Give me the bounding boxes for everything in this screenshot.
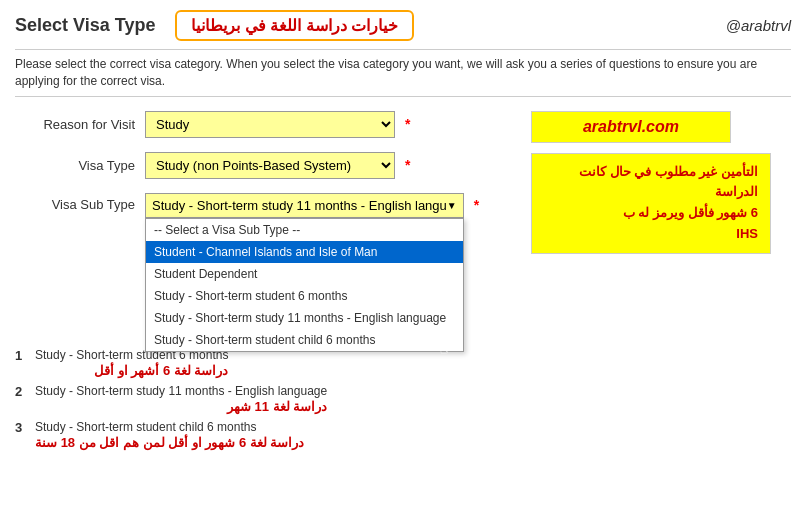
info-line-2: 6 شهور فأقل ويرمز له ب (544, 203, 758, 224)
social-handle: @arabtrvl (726, 17, 791, 34)
item-2-english: Study - Short-term study 11 months - Eng… (35, 384, 327, 398)
visa-sub-type-value: Study - Short-term study 11 months - Eng… (152, 198, 447, 213)
website-box: arabtrvl.com (531, 111, 731, 143)
visa-type-required: * (405, 157, 410, 173)
item-number-1: 1 (15, 348, 29, 363)
info-line-1: التأمين غير مطلوب في حال كانت الدراسة (544, 162, 758, 204)
item-number-3: 3 (15, 420, 29, 435)
reason-for-visit-row: Reason for Visit Study * (15, 111, 511, 138)
item-3-arabic: دراسة لغة 6 شهور او أقل لمن هم اقل من 18… (35, 435, 304, 450)
list-item: 3 Study - Short-term student child 6 mon… (15, 420, 511, 450)
info-line-3: IHS (544, 224, 758, 245)
description-text: Please select the correct visa category.… (15, 49, 791, 97)
page-title: Select Visa Type (15, 15, 155, 36)
dropdown-item-short-6m[interactable]: Study - Short-term student 6 months (146, 285, 463, 307)
list-item: 2 Study - Short-term study 11 months - E… (15, 384, 511, 414)
item-2-arabic: دراسة لغة 11 شهر (35, 399, 327, 414)
visa-sub-type-display[interactable]: Study - Short-term study 11 months - Eng… (145, 193, 464, 218)
reason-required: * (405, 116, 410, 132)
visa-type-select[interactable]: Study (non Points-Based System) (145, 152, 395, 179)
visa-type-label: Visa Type (15, 158, 135, 173)
reason-select[interactable]: Study (145, 111, 395, 138)
item-1-arabic: دراسة لغة 6 أشهر او أقل (35, 363, 228, 378)
reason-label: Reason for Visit (15, 117, 135, 132)
dropdown-item-channel-islands[interactable]: Student - Channel Islands and Isle of Ma… (146, 241, 463, 263)
list-item: 1 Study - Short-term student 6 months در… (15, 348, 511, 378)
visa-sub-type-row: Visa Sub Type Study - Short-term study 1… (15, 193, 511, 218)
dropdown-arrow-icon: ▼ (447, 200, 457, 211)
item-3-english: Study - Short-term student child 6 month… (35, 420, 304, 434)
arabic-banner: خيارات دراسة اللغة في بريطانيا (175, 10, 414, 41)
dropdown-item-child-6m[interactable]: Study - Short-term student child 6 month… (146, 329, 463, 351)
info-box: التأمين غير مطلوب في حال كانت الدراسة 6 … (531, 153, 771, 254)
dropdown-item-placeholder[interactable]: -- Select a Visa Sub Type -- (146, 219, 463, 241)
visa-sub-type-label: Visa Sub Type (15, 197, 135, 212)
item-number-2: 2 (15, 384, 29, 399)
visa-sub-type-required: * (474, 197, 479, 213)
dropdown-item-short-11m[interactable]: Study - Short-term study 11 months - Eng… (146, 307, 463, 329)
visa-type-row: Visa Type Study (non Points-Based System… (15, 152, 511, 179)
right-panel: arabtrvl.com التأمين غير مطلوب في حال كا… (531, 111, 791, 456)
dropdown-item-student-dependent[interactable]: Student Dependent (146, 263, 463, 285)
numbered-items-list: 1 Study - Short-term student 6 months در… (15, 348, 511, 450)
visa-sub-type-dropdown-container: Study - Short-term study 11 months - Eng… (145, 193, 464, 218)
dropdown-list: -- Select a Visa Sub Type -- Student - C… (145, 218, 464, 352)
